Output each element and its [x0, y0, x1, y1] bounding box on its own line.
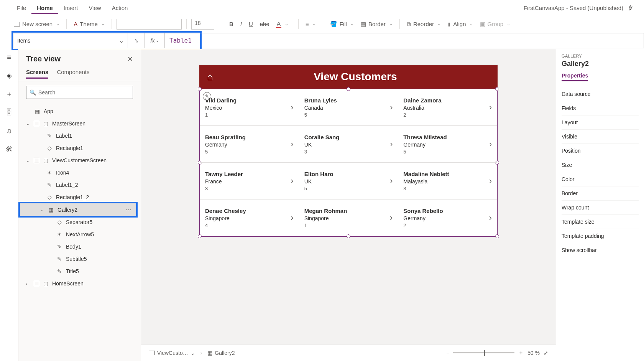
- gallery-cell[interactable]: Daine ZamoraAustralia2›: [398, 89, 497, 126]
- home-icon[interactable]: ⌂: [207, 71, 213, 83]
- fill-button[interactable]: 🪣Fill: [328, 19, 356, 29]
- next-arrow-icon[interactable]: ›: [291, 139, 293, 149]
- breadcrumb-screen[interactable]: ViewCusto…⌄: [149, 350, 195, 356]
- next-arrow-icon[interactable]: ›: [291, 176, 293, 186]
- underline-button[interactable]: U: [246, 19, 255, 29]
- fx-button[interactable]: fx: [145, 33, 165, 48]
- formula-input[interactable]: Table1: [165, 33, 200, 48]
- checkbox[interactable]: [34, 121, 39, 126]
- media-icon[interactable]: ♫: [5, 127, 13, 135]
- gallery-cell[interactable]: Madaline NeblettMalayasia3›: [398, 163, 497, 199]
- zoom-in-button[interactable]: ＋: [518, 349, 524, 356]
- align-button[interactable]: ⫿Align: [445, 19, 475, 29]
- tree-item[interactable]: ✶NextArrow5: [18, 228, 141, 241]
- property-selector[interactable]: Items⌄: [13, 33, 128, 48]
- next-arrow-icon[interactable]: ›: [489, 176, 492, 186]
- tree-item[interactable]: ✎Body1: [18, 241, 141, 253]
- cursor-select-icon[interactable]: ⤡: [128, 33, 145, 48]
- properties-tab[interactable]: Properties: [562, 73, 588, 81]
- tree-view-icon[interactable]: ◈: [5, 71, 13, 80]
- property-row[interactable]: Layout: [562, 115, 639, 129]
- next-arrow-icon[interactable]: ›: [291, 213, 293, 223]
- checkbox[interactable]: [34, 281, 39, 286]
- font-color-button[interactable]: A: [274, 19, 291, 30]
- property-row[interactable]: Data source: [562, 87, 639, 101]
- stethoscope-icon[interactable]: ℣: [629, 5, 632, 12]
- zoom-out-button[interactable]: −: [446, 350, 449, 356]
- hamburger-icon[interactable]: ≡: [5, 53, 13, 61]
- font-size-input[interactable]: 18: [191, 19, 214, 30]
- zoom-slider[interactable]: [453, 352, 514, 353]
- gallery-cell[interactable]: Tawny LeederFrance3›: [200, 163, 299, 199]
- theme-button[interactable]: ATheme: [71, 19, 107, 29]
- insert-icon[interactable]: ＋: [5, 90, 13, 98]
- gallery-cell[interactable]: Megan RohmanSingapore1›: [299, 199, 398, 236]
- text-align-button[interactable]: ≡: [303, 19, 318, 29]
- new-screen-button[interactable]: New screen: [12, 19, 62, 29]
- next-arrow-icon[interactable]: ›: [390, 102, 393, 112]
- menu-file[interactable]: File: [12, 2, 31, 14]
- property-row[interactable]: Size: [562, 158, 639, 172]
- next-arrow-icon[interactable]: ›: [390, 213, 393, 223]
- property-row[interactable]: Template padding: [562, 229, 639, 243]
- tree-search[interactable]: 🔍: [26, 86, 133, 99]
- property-row[interactable]: Show scrollbar: [562, 243, 639, 257]
- gallery-cell[interactable]: Sonya RebelloGermany2›: [398, 199, 497, 236]
- tree-item[interactable]: ✎Label1_2: [18, 179, 141, 191]
- close-icon[interactable]: ✕: [127, 55, 133, 63]
- search-input[interactable]: [38, 89, 130, 96]
- checkbox[interactable]: [34, 158, 39, 163]
- border-button[interactable]: ▦Border: [358, 19, 395, 29]
- next-arrow-icon[interactable]: ›: [291, 102, 293, 112]
- tree-item[interactable]: ✶Icon4: [18, 166, 141, 179]
- group-button[interactable]: ▣Group: [478, 19, 513, 29]
- tree-item[interactable]: ⌄▢ViewCustomersScreen: [18, 154, 141, 166]
- menu-insert[interactable]: Insert: [58, 2, 84, 14]
- tab-components[interactable]: Components: [57, 69, 89, 79]
- menu-view[interactable]: View: [83, 2, 106, 14]
- tab-screens[interactable]: Screens: [26, 69, 48, 79]
- more-icon[interactable]: ⋯: [125, 206, 132, 213]
- fullscreen-icon[interactable]: ⤢: [544, 350, 548, 356]
- next-arrow-icon[interactable]: ›: [390, 176, 393, 186]
- tree-item[interactable]: ›▢HomeScreen: [18, 277, 141, 290]
- property-row[interactable]: Color: [562, 172, 639, 186]
- bold-button[interactable]: B: [227, 19, 236, 29]
- reorder-button[interactable]: ⧉Reorder: [404, 19, 443, 29]
- next-arrow-icon[interactable]: ›: [489, 139, 492, 149]
- menu-home[interactable]: Home: [31, 2, 58, 14]
- tools-icon[interactable]: 🛠: [5, 145, 13, 153]
- formula-input-ext[interactable]: [200, 33, 644, 48]
- menu-action[interactable]: Action: [107, 2, 133, 14]
- property-row[interactable]: Position: [562, 143, 639, 158]
- strikethrough-button[interactable]: abc: [258, 19, 271, 29]
- gallery-cell[interactable]: Coralie SangUK3›: [299, 126, 398, 163]
- gallery-cell[interactable]: Thresa MilsteadGermany5›: [398, 126, 497, 163]
- next-arrow-icon[interactable]: ›: [489, 213, 492, 223]
- gallery-cell[interactable]: Elton HaroUK5›: [299, 163, 398, 199]
- italic-button[interactable]: I: [238, 19, 244, 29]
- next-arrow-icon[interactable]: ›: [489, 102, 492, 112]
- tree-item[interactable]: ▦App: [18, 105, 141, 117]
- gallery-cell[interactable]: Beau SpratlingGermany5›: [200, 126, 299, 163]
- tree-item[interactable]: ⌄▦Gallery2⋯: [20, 203, 136, 216]
- breadcrumb-control[interactable]: ▦Gallery2: [207, 350, 235, 356]
- gallery-cell[interactable]: Viki DarlingMexico1›: [200, 89, 299, 126]
- gallery-cell[interactable]: Denae ChesleySingapore4›: [200, 199, 299, 236]
- property-row[interactable]: Visible: [562, 129, 639, 143]
- next-arrow-icon[interactable]: ›: [390, 139, 393, 149]
- property-row[interactable]: Fields: [562, 101, 639, 115]
- font-select[interactable]: [117, 19, 182, 30]
- gallery-selection[interactable]: ✎ Viki DarlingMexico1›Bruna LylesCanada5…: [199, 89, 498, 237]
- tree-item[interactable]: ◇Separator5: [18, 216, 141, 228]
- tree-item[interactable]: ✎Subtitle5: [18, 253, 141, 265]
- property-row[interactable]: Template size: [562, 214, 639, 229]
- data-icon[interactable]: 🗄: [5, 108, 13, 117]
- gallery-cell[interactable]: Bruna LylesCanada5›: [299, 89, 398, 126]
- tree-item[interactable]: ◇Rectangle1: [18, 142, 141, 154]
- property-row[interactable]: Border: [562, 186, 639, 200]
- tree-item[interactable]: ⌄▢MasterScreen: [18, 117, 141, 130]
- tree-item[interactable]: ✎Title5: [18, 265, 141, 277]
- property-row[interactable]: Wrap count: [562, 200, 639, 214]
- tree-item[interactable]: ✎Label1: [18, 130, 141, 142]
